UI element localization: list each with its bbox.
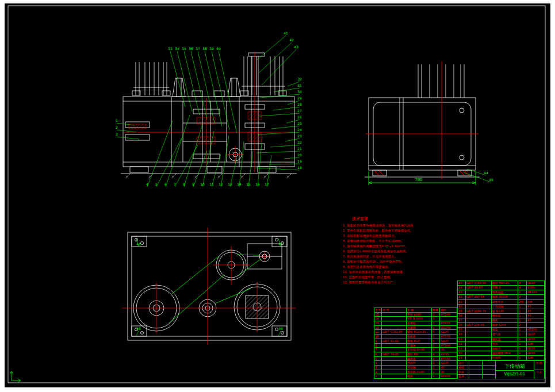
title-block-blank-cell [483,375,495,379]
bom-cell [527,295,544,299]
callout-number: 49 [278,326,283,330]
callout-number: 7 [174,182,176,186]
bom-cell: 42 [458,295,466,299]
bom-cell: Q235 [440,352,457,356]
callout-number: 33 [168,47,173,51]
bom-cell [466,347,492,351]
bom-cell: GB/T 276-89 [466,323,492,327]
bom-cell [466,337,492,341]
bom-cell: 9 [374,339,382,343]
bom-cell: 1 [518,337,527,341]
notes-items: 1. 装配前所有零件用煤油清洗，滚动轴承用汽油清洗。2. 零件在装配前清除毛刺，… [343,223,413,285]
bom-cell [466,356,492,360]
bom-cell: 通气器 [492,332,519,336]
bom-cell: 螺栓 M8×25 [492,281,519,285]
bom-cell: 65Mn [527,286,544,290]
bom-cell [466,351,492,355]
bom-cell: 垫圈 8 [492,286,519,290]
cad-window: 780 [0,0,555,392]
bom-cell: 直齿轮 z=40 [407,370,432,374]
bom-cell: 33 [458,337,466,341]
callout-number: 25 [297,121,302,125]
bom-cell: 放油螺塞 M12 [492,351,519,355]
bom-cell: Q235 [527,351,544,355]
bom-row: 40下传动轴145 [458,304,544,309]
title-block-field-label: 设计 [458,361,469,365]
bom-cell: 6 [374,352,382,356]
bom-row: 4挡油环2Q235 [374,360,457,365]
bom-cell [466,318,492,322]
bom-cell: 1 [432,313,440,317]
bom-row: 15带轮 φ1801HT200 [374,312,457,317]
bom-cell: 垫片 [492,342,519,346]
bom-cell: 14 [374,317,382,321]
callout-number: 47 [278,242,283,246]
bom-cell: 轴承盖 [407,357,432,361]
bom-cell: 4 [374,361,382,365]
bom-cell: 轴承端盖 [492,290,519,294]
bom-row: 12张紧臂1ZG270 [374,325,457,330]
bom-cell: 8 [374,344,382,348]
title-block-scale: 比例 1:2 [534,361,544,379]
callout-number: 8 [183,182,185,186]
callout-number: 20 [297,153,302,157]
title-block-blank-cell [469,361,483,365]
bom-cell: 34 [458,332,466,336]
bom-row: 35箱盖1HT200 [458,327,544,332]
bom-cell: GB/T 93-87 [466,286,492,290]
bom-cell: 45 [440,370,457,374]
bom-cell: 45 [440,366,457,370]
callout-number: 35 [182,47,186,51]
callout-number: 40 [216,47,221,51]
bom-cell: GB/T 5783-86 [466,281,492,285]
bom-row: 8下箱体1HT200 [374,343,457,348]
bom-cell: 1 [518,314,527,318]
bom-row: 11GB/T 5782-86螺栓 M10×356Q235 [374,329,457,334]
callout-number: 26 [297,115,302,119]
bom-cell: 2 [432,361,440,365]
bom-cell: 38 [458,314,466,318]
callout-number: 19 [297,159,302,163]
bom-cell: 2 [432,357,440,361]
note-line: 10. 箱体外表面涂灰色油漆，内壁涂耐油漆。 [343,270,413,275]
bom-row: 32垫片1石棉 [458,341,544,346]
bom-cell: 1 [432,370,440,374]
bom-table-right: 45GB/T 5783-86螺栓 M8×254Q23544GB/T 93-87垫… [457,280,545,360]
title-block-field-label: 审核 [458,370,469,374]
bom-cell [466,290,492,294]
bom-cell: 定位销 8×30 [407,348,432,352]
drawing-number: WJSZ/3-01 [496,371,534,379]
bom-row: 9GB/T 41-86螺母 M106Q235 [374,339,457,343]
bom-row: 39GB/T 1096-79键 8×40145 [458,309,544,313]
callout-number: 27 [297,109,302,113]
callout-number: 10 [200,182,205,186]
bom-cell [466,332,492,336]
callout-number: 17 [265,182,269,186]
note-line: 11. 运输时应固定牢靠，防止磕碰。 [343,275,413,280]
bom-cell: HT150 [527,290,544,294]
bom-cell: 4 [518,281,527,285]
bom-cell [466,342,492,346]
bom-cell: 螺母 M10 [407,339,432,343]
bom-cell [527,323,544,327]
bom-row: 10电机座1HT150 [374,334,457,339]
bom-row: 13张紧轮1HT200 [374,321,457,325]
bom-cell: V带 B-1600 [407,317,432,321]
bom-cell [440,317,457,321]
bom-cell: 44 [458,286,466,290]
callout-number: 22 [297,140,302,144]
bom-cell: 10 [374,335,382,339]
bom-cell: 螺钉 M6 [407,352,432,356]
bom-cell: 37 [458,318,466,322]
bom-cell: 12 [374,326,382,330]
bom-row: 30放油螺塞 M121Q235 [458,351,544,355]
bom-cell: 锥齿轮 [492,314,519,318]
bom-cell: 键 8×40 [492,309,519,313]
bom-cell: 1 [432,366,440,370]
bom-cell: 2组 [518,300,527,304]
bom-cell: 13 [374,321,382,325]
note-line: 4. 齿侧间隙用铅丝检验，不小于0.16mm。 [343,239,413,244]
bom-cell: 1 [518,328,527,332]
bom-cell: 1 [518,347,527,351]
callout-number: 48 [136,326,141,330]
